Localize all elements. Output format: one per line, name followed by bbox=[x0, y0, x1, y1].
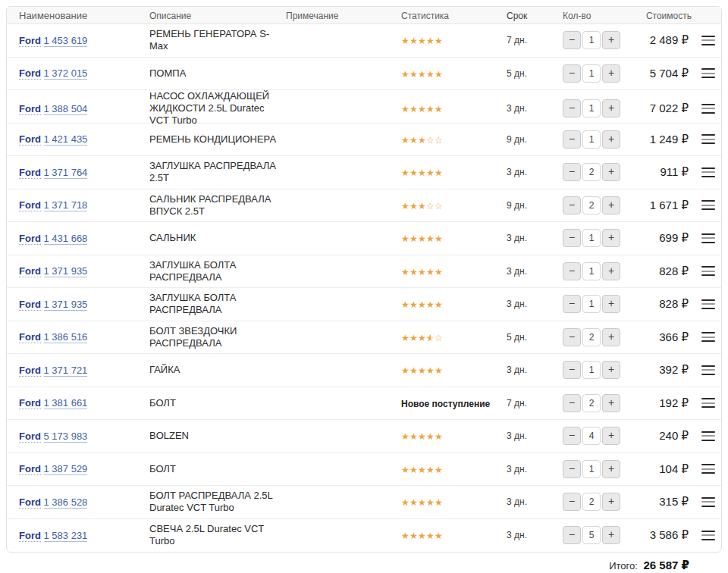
qty-input[interactable] bbox=[582, 526, 601, 544]
brand-link[interactable]: Ford bbox=[19, 463, 41, 475]
qty-plus-button[interactable]: + bbox=[602, 31, 620, 49]
qty-input[interactable] bbox=[582, 295, 601, 313]
qty-minus-button[interactable]: − bbox=[563, 361, 581, 379]
brand-link[interactable]: Ford bbox=[19, 299, 41, 311]
qty-plus-button[interactable]: + bbox=[602, 328, 620, 346]
qty-minus-button[interactable]: − bbox=[563, 526, 581, 544]
brand-link[interactable]: Ford bbox=[19, 365, 41, 377]
offers-menu-icon[interactable] bbox=[701, 68, 715, 78]
qty-plus-button[interactable]: + bbox=[602, 196, 620, 214]
part-number-link[interactable]: 1 453 619 bbox=[44, 35, 88, 47]
offers-menu-icon[interactable] bbox=[701, 134, 715, 144]
part-number-link[interactable]: 5 173 983 bbox=[44, 431, 88, 443]
part-number-link[interactable]: 1 371 935 bbox=[44, 265, 88, 277]
qty-minus-button[interactable]: − bbox=[563, 328, 581, 346]
brand-link[interactable]: Ford bbox=[19, 331, 41, 343]
qty-plus-button[interactable]: + bbox=[602, 427, 620, 445]
part-number-link[interactable]: 1 371 718 bbox=[44, 199, 88, 211]
brand-link[interactable]: Ford bbox=[19, 265, 41, 277]
qty-minus-button[interactable]: − bbox=[563, 31, 581, 49]
offers-menu-icon[interactable] bbox=[701, 464, 715, 474]
brand-link[interactable]: Ford bbox=[19, 103, 41, 115]
qty-input[interactable] bbox=[582, 427, 601, 445]
qty-plus-button[interactable]: + bbox=[602, 493, 620, 511]
qty-minus-button[interactable]: − bbox=[563, 394, 581, 412]
qty-stepper: − + bbox=[562, 295, 626, 313]
qty-minus-button[interactable]: − bbox=[563, 229, 581, 247]
part-number-link[interactable]: 1 372 015 bbox=[44, 67, 88, 80]
qty-minus-button[interactable]: − bbox=[563, 460, 581, 478]
qty-input[interactable] bbox=[582, 196, 601, 214]
offers-menu-icon[interactable] bbox=[701, 398, 715, 408]
qty-plus-button[interactable]: + bbox=[602, 295, 620, 313]
qty-plus-button[interactable]: + bbox=[602, 394, 620, 412]
part-number-link[interactable]: 1 371 721 bbox=[44, 365, 88, 377]
qty-input[interactable] bbox=[582, 31, 601, 49]
qty-input[interactable] bbox=[582, 394, 601, 412]
qty-minus-button[interactable]: − bbox=[563, 99, 581, 117]
qty-minus-button[interactable]: − bbox=[563, 196, 581, 214]
qty-input[interactable] bbox=[582, 163, 601, 181]
part-number-link[interactable]: 1 371 935 bbox=[44, 299, 88, 311]
brand-link[interactable]: Ford bbox=[19, 199, 41, 211]
brand-link[interactable]: Ford bbox=[19, 397, 41, 409]
part-number-link[interactable]: 1 421 435 bbox=[44, 133, 88, 146]
qty-minus-button[interactable]: − bbox=[563, 262, 581, 280]
qty-minus-button[interactable]: − bbox=[563, 130, 581, 149]
qty-plus-button[interactable]: + bbox=[602, 460, 620, 478]
qty-input[interactable] bbox=[582, 229, 601, 247]
qty-minus-button[interactable]: − bbox=[563, 163, 581, 181]
offers-menu-icon[interactable] bbox=[701, 497, 715, 507]
qty-plus-button[interactable]: + bbox=[602, 229, 620, 247]
brand-link[interactable]: Ford bbox=[19, 35, 41, 47]
qty-input[interactable] bbox=[582, 262, 601, 280]
qty-input[interactable] bbox=[582, 99, 601, 117]
qty-input[interactable] bbox=[582, 493, 601, 511]
qty-plus-button[interactable]: + bbox=[602, 99, 620, 117]
qty-input[interactable] bbox=[582, 460, 601, 478]
qty-input[interactable] bbox=[582, 64, 601, 83]
part-number-link[interactable]: 1 431 668 bbox=[44, 233, 88, 245]
qty-plus-button[interactable]: + bbox=[602, 361, 620, 379]
brand-link[interactable]: Ford bbox=[19, 496, 41, 509]
offers-cell bbox=[695, 266, 721, 276]
offers-menu-icon[interactable] bbox=[701, 332, 715, 342]
qty-plus-button[interactable]: + bbox=[602, 262, 620, 280]
part-number-link[interactable]: 1 371 764 bbox=[44, 167, 88, 179]
qty-input[interactable] bbox=[582, 328, 601, 346]
part-number-link[interactable]: 1 381 661 bbox=[44, 397, 88, 409]
brand-link[interactable]: Ford bbox=[19, 167, 41, 179]
qty-minus-button[interactable]: − bbox=[563, 295, 581, 313]
part-number-link[interactable]: 1 388 504 bbox=[44, 103, 88, 115]
qty-plus-button[interactable]: + bbox=[602, 163, 620, 181]
offers-menu-icon[interactable] bbox=[701, 200, 715, 210]
qty-input[interactable] bbox=[582, 361, 601, 379]
part-number-link[interactable]: 1 386 516 bbox=[44, 331, 88, 343]
offers-menu-icon[interactable] bbox=[701, 431, 715, 441]
offers-menu-icon[interactable] bbox=[701, 299, 715, 309]
brand-link[interactable]: Ford bbox=[19, 67, 41, 80]
qty-input[interactable] bbox=[582, 130, 601, 149]
brand-link[interactable]: Ford bbox=[19, 233, 41, 245]
offers-menu-icon[interactable] bbox=[701, 104, 715, 114]
qty-stepper: − + bbox=[562, 229, 626, 247]
qty-minus-button[interactable]: − bbox=[563, 493, 581, 511]
brand-link[interactable]: Ford bbox=[19, 133, 41, 146]
qty-plus-button[interactable]: + bbox=[602, 526, 620, 544]
offers-menu-icon[interactable] bbox=[701, 233, 715, 243]
brand-link[interactable]: Ford bbox=[19, 530, 41, 542]
qty-plus-button[interactable]: + bbox=[602, 130, 620, 149]
stats-cell: ★★★★★ bbox=[395, 265, 503, 278]
qty-plus-button[interactable]: + bbox=[602, 64, 620, 83]
part-number-link[interactable]: 1 387 529 bbox=[44, 463, 88, 475]
offers-menu-icon[interactable] bbox=[701, 531, 715, 540]
offers-menu-icon[interactable] bbox=[701, 365, 715, 375]
part-number-link[interactable]: 1 386 528 bbox=[44, 496, 88, 509]
part-number-link[interactable]: 1 583 231 bbox=[44, 530, 88, 542]
brand-link[interactable]: Ford bbox=[19, 431, 41, 443]
offers-menu-icon[interactable] bbox=[701, 266, 715, 276]
qty-minus-button[interactable]: − bbox=[563, 64, 581, 83]
offers-menu-icon[interactable] bbox=[701, 36, 715, 45]
qty-minus-button[interactable]: − bbox=[563, 427, 581, 445]
offers-menu-icon[interactable] bbox=[701, 168, 715, 177]
